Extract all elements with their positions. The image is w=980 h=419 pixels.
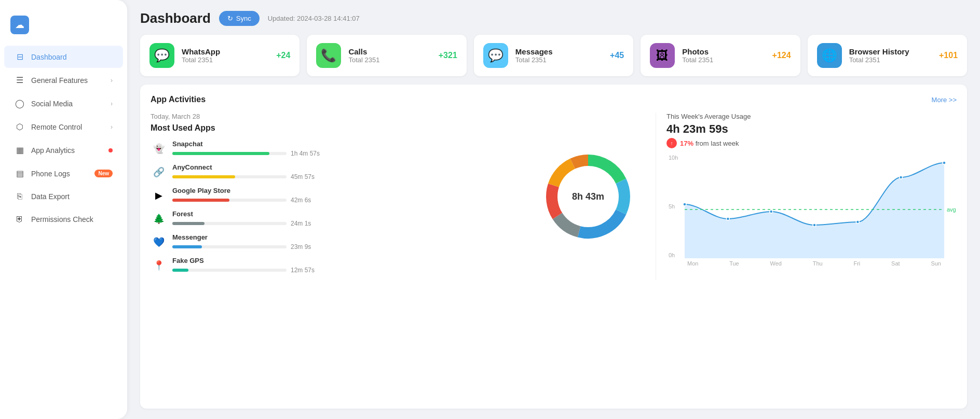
donut-segment [552,185,557,216]
sidebar-item-remote-control[interactable]: ⬡ Remote Control › [4,116,123,138]
chart-dot [726,217,729,220]
stat-card-photos[interactable]: 🖼 Photos Total 2351 +124 [641,35,800,76]
app-row: 🔗 AnyConnect 45m 57s [151,163,521,180]
app-bar-bg [172,199,287,202]
chart-dot [900,176,903,179]
donut-segment [573,160,588,164]
chart-delta-text: 17% from last week [680,139,739,147]
donut-segment [621,181,624,212]
chart-x-label: Sun [931,260,941,267]
app-bar-bg [172,222,287,225]
chevron-icon: › [111,123,113,131]
sidebar-item-label: Phone Logs [31,170,70,178]
app-time: 12m 57s [291,267,315,274]
sidebar-icon-permissions-check: ⛨ [15,215,25,224]
chart-x-label: Tue [729,260,739,267]
stat-card-icon: 🌐 [817,43,842,68]
donut-segment [557,216,579,231]
page-title: Dashboard [140,10,211,26]
sidebar-item-data-export[interactable]: ⎘ Data Export [4,186,123,207]
app-bar-bg [172,175,287,178]
chart-x-label: Wed [770,260,782,267]
app-bar-wrap: 23m 9s [172,243,521,250]
app-time: 24m 1s [291,220,311,227]
line-chart-wrap: 10h 5h 0h avg MonTueWedThuFriSatSun [666,155,957,267]
sidebar-item-label: Remote Control [31,123,82,131]
app-icon: 🌲 [151,211,167,227]
more-link[interactable]: More >> [932,96,957,104]
stat-card-name: Photos [682,47,765,56]
app-row: 🌲 Forest 24m 1s [151,210,521,227]
app-row: ▶ Google Play Store 42m 6s [151,187,521,204]
app-bar-fill [172,175,235,178]
sidebar-icon-social-media: ◯ [15,99,25,108]
app-name: Google Play Store [172,187,521,194]
stat-card-messages[interactable]: 💬 Messages Total 2351 +45 [474,35,633,76]
sidebar-item-label: Data Export [31,192,70,201]
stat-card-browser-history[interactable]: 🌐 Browser History Total 2351 +101 [808,35,967,76]
sidebar-item-social-media[interactable]: ◯ Social Media › [4,92,123,115]
activities-body: Today, March 28 Most Used Apps 👻 Snapcha… [151,113,957,280]
stat-card-delta: +101 [939,51,958,60]
app-details: Forest 24m 1s [172,210,521,227]
donut-segment [553,163,573,185]
chart-delta-row: ↑ 17% from last week [666,138,957,148]
app-time: 42m 6s [291,197,311,204]
stat-card-total: Total 2351 [849,56,932,64]
header: Dashboard ↻ Sync Updated: 2024-03-28 14:… [140,10,967,26]
sidebar-item-left: ◯ Social Media [15,99,73,108]
app-details: Fake GPS 12m 57s [172,257,521,274]
donut-total: 8h 43m [572,191,604,202]
sidebar-icon-remote-control: ⬡ [15,122,25,132]
sidebar-icon-general-features: ☰ [15,75,25,85]
stat-card-info: Messages Total 2351 [515,47,603,64]
app-time: 45m 57s [291,173,315,180]
sidebar-item-left: ▦ App Analytics [15,145,75,155]
chart-dot [813,224,816,227]
stat-card-info: Photos Total 2351 [682,47,765,64]
sidebar-item-permissions-check[interactable]: ⛨ Permissions Check [4,208,123,230]
sidebar-item-left: ⬡ Remote Control [15,122,82,132]
activities-header: App Activities More >> [151,95,957,104]
sync-button[interactable]: ↻ Sync [219,11,260,26]
stat-card-whatsapp[interactable]: 💬 WhatsApp Total 2351 +24 [140,35,300,76]
avg-label: avg [947,206,956,213]
stat-card-icon: 💬 [483,43,508,68]
sidebar-item-app-analytics[interactable]: ▦ App Analytics [4,139,123,161]
chart-dot [856,220,859,224]
activities-title: App Activities [151,95,206,104]
stat-card-info: Browser History Total 2351 [849,47,932,64]
sidebar-icon-phone-logs: ▤ [15,169,25,178]
sidebar-item-label: Permissions Check [31,215,93,224]
sidebar: ☁ ⊟ Dashboard ☰ General Features › ◯ Soc… [0,0,127,419]
line-chart-area: 10h 5h 0h avg [666,155,957,258]
chart-x-label: Sat [891,260,900,267]
stat-card-icon: 💬 [149,43,174,68]
stat-card-delta: +45 [610,51,624,60]
sidebar-item-left: ⊟ Dashboard [15,52,67,62]
stat-card-info: WhatsApp Total 2351 [182,47,269,64]
stat-card-delta: +124 [772,51,791,60]
app-icon: 📍 [151,257,167,274]
donut-segment [579,212,621,232]
app-bar-fill [172,269,188,272]
stat-card-name: Messages [515,47,603,56]
stat-card-delta: +321 [439,51,457,60]
sidebar-item-phone-logs[interactable]: ▤ Phone Logs New [4,162,123,185]
chevron-icon: › [111,77,113,84]
app-details: Snapchat 1h 4m 57s [172,140,521,157]
sidebar-item-dashboard[interactable]: ⊟ Dashboard [4,46,123,68]
app-bar-fill [172,199,229,202]
sidebar-icon-data-export: ⎘ [15,192,25,201]
sidebar-item-label: Social Media [31,100,73,108]
apps-heading: Most Used Apps [151,123,521,133]
app-bar-fill [172,222,205,225]
app-name: Snapchat [172,140,521,148]
sidebar-item-left: ▤ Phone Logs [15,169,70,178]
stat-card-delta: +24 [276,51,290,60]
stat-card-calls[interactable]: 📞 Calls Total 2351 +321 [307,35,466,76]
chart-dot [770,210,773,213]
stat-cards: 💬 WhatsApp Total 2351 +24 📞 Calls Total … [140,35,967,76]
sidebar-item-general-features[interactable]: ☰ General Features › [4,69,123,91]
chart-delta-pct: 17% [680,139,693,147]
